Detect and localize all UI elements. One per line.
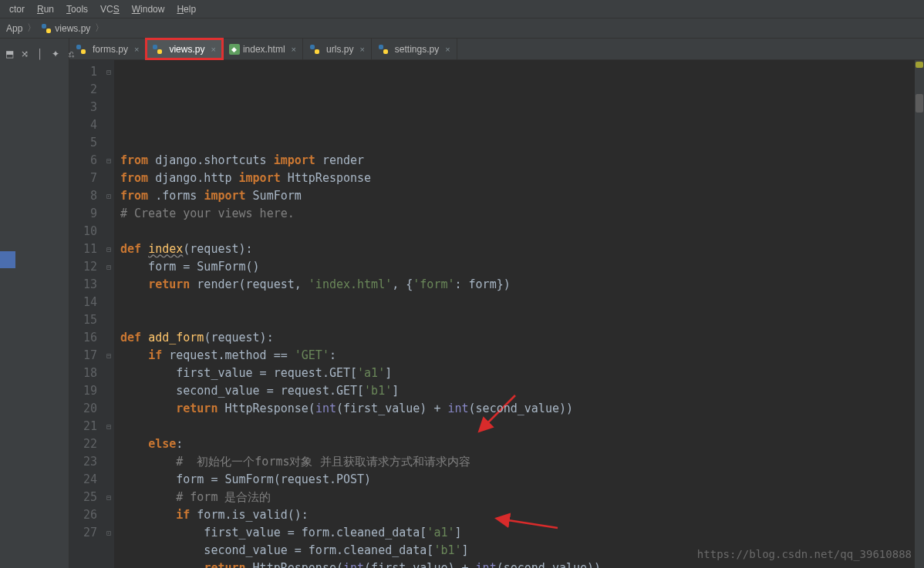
code-line[interactable]: form = SumForm(): [120, 258, 924, 276]
code-line[interactable]: second_value = request.GET['b1']: [120, 382, 924, 400]
code-line[interactable]: # 初始化一个forms对象 并且获取请求方式和请求内容: [120, 453, 924, 471]
line-number: 27: [69, 524, 97, 542]
line-number: 7: [69, 170, 97, 187]
editor-tab-forms-py[interactable]: forms.py×: [69, 39, 146, 59]
breadcrumb-sep: 〉: [93, 22, 106, 35]
code-line[interactable]: def add_form(request):: [120, 329, 924, 347]
fold-marker[interactable]: ⊟: [103, 489, 114, 506]
line-number: 18: [69, 365, 97, 382]
fold-marker[interactable]: ⊟: [103, 240, 114, 258]
code-line[interactable]: [120, 223, 924, 240]
fold-marker: [103, 294, 114, 311]
fold-marker: [103, 329, 114, 347]
svg-rect-9: [383, 49, 388, 54]
editor-tab-settings-py[interactable]: settings.py×: [372, 39, 457, 59]
fold-marker: [103, 205, 114, 223]
code-line[interactable]: return HttpResponse(int(first_value) + i…: [120, 400, 924, 418]
scrollbar[interactable]: [915, 60, 924, 568]
code-text[interactable]: from django.shortcuts import renderfrom …: [114, 60, 924, 568]
toolbar-icon[interactable]: ⤨: [19, 48, 31, 60]
code-line[interactable]: form = SumForm(request.POST): [120, 471, 924, 489]
line-number: 1: [69, 63, 97, 81]
menu-item-tools[interactable]: Tools: [60, 4, 94, 15]
svg-rect-8: [379, 45, 383, 49]
close-icon[interactable]: ×: [211, 45, 215, 54]
tab-label: settings.py: [395, 44, 439, 55]
fold-marker: [103, 311, 114, 329]
menu-item-vcs[interactable]: VCS: [94, 4, 126, 15]
editor-tab-views-py[interactable]: views.py×: [146, 39, 222, 59]
fold-marker: [103, 223, 114, 240]
menu-item-run[interactable]: Run: [31, 4, 60, 15]
scrollbar-thumb[interactable]: [916, 94, 923, 113]
code-line[interactable]: from .forms import SumForm: [120, 187, 924, 205]
code-line[interactable]: [120, 418, 924, 435]
code-line[interactable]: # Create your views here.: [120, 205, 924, 223]
menu-item-ctor[interactable]: ctor: [3, 4, 31, 15]
line-number: 22: [69, 435, 97, 453]
fold-marker: [103, 400, 114, 418]
fold-marker[interactable]: ⊡: [103, 524, 114, 542]
code-line[interactable]: if request.method == 'GET':: [120, 347, 924, 365]
close-icon[interactable]: ×: [134, 45, 139, 54]
code-line[interactable]: if form.is_valid():: [120, 506, 924, 524]
tab-label: urls.py: [326, 44, 353, 55]
fold-marker[interactable]: ⊟: [103, 347, 114, 365]
toolbar-icon[interactable]: │: [34, 48, 46, 60]
code-line[interactable]: from django.http import HttpResponse: [120, 170, 924, 187]
fold-marker: [103, 453, 114, 471]
code-line[interactable]: return render(request, 'index.html', {'f…: [120, 276, 924, 294]
line-number: 9: [69, 205, 97, 223]
fold-marker: [103, 471, 114, 489]
fold-marker: [103, 170, 114, 187]
python-file-icon: [41, 23, 52, 34]
close-icon[interactable]: ×: [292, 45, 296, 54]
code-editor[interactable]: 1234567891011121314151617181920212223242…: [69, 60, 924, 568]
fold-marker: [103, 365, 114, 382]
fold-marker: [103, 134, 114, 152]
line-number: 23: [69, 453, 97, 471]
fold-marker[interactable]: ⊟: [103, 63, 114, 81]
fold-marker: [103, 382, 114, 400]
close-icon[interactable]: ×: [445, 45, 450, 54]
menu-bar: ctorRunToolsVCSWindowHelp: [0, 0, 924, 18]
main-area: ⬒ ⤨ │ ✦ ⎌ forms.py×views.py×◆index.html×…: [0, 39, 924, 568]
svg-rect-1: [46, 29, 51, 33]
line-number: 21: [69, 418, 97, 435]
fold-marker[interactable]: ⊡: [103, 187, 114, 205]
code-line[interactable]: return HttpResponse(int(first_value) + i…: [120, 560, 924, 568]
fold-marker: [103, 506, 114, 524]
toolbar-icon[interactable]: ⬒: [3, 48, 15, 60]
svg-rect-3: [81, 49, 86, 54]
settings-icon[interactable]: ✦: [49, 48, 62, 60]
line-number: 10: [69, 223, 97, 240]
close-icon[interactable]: ×: [359, 45, 364, 54]
line-number: 14: [69, 294, 97, 311]
fold-marker[interactable]: ⊟: [103, 418, 114, 435]
line-number: 12: [69, 258, 97, 276]
code-line[interactable]: first_value = request.GET['a1']: [120, 365, 924, 382]
breadcrumb-item[interactable]: App: [3, 23, 25, 34]
line-number: 20: [69, 400, 97, 418]
code-line[interactable]: [120, 294, 924, 311]
fold-marker[interactable]: ⊟: [103, 152, 114, 170]
toolbar-icon[interactable]: ⎌: [65, 48, 77, 60]
svg-rect-5: [157, 49, 162, 54]
fold-marker: [103, 435, 114, 453]
menu-item-help[interactable]: Help: [170, 4, 202, 15]
code-line[interactable]: # form 是合法的: [120, 489, 924, 506]
line-number: 15: [69, 311, 97, 329]
code-line[interactable]: def index(request):: [120, 240, 924, 258]
editor-tab-urls-py[interactable]: urls.py×: [303, 39, 372, 59]
code-line[interactable]: from django.shortcuts import render: [120, 152, 924, 170]
fold-marker[interactable]: ⊟: [103, 258, 114, 276]
editor-tab-index-html[interactable]: ◆index.html×: [223, 39, 303, 59]
python-file-icon: [152, 44, 163, 55]
breadcrumb-item[interactable]: views.py: [38, 23, 93, 34]
python-file-icon: [378, 44, 389, 55]
code-line[interactable]: first_value = form.cleaned_data['a1']: [120, 524, 924, 542]
code-line[interactable]: else:: [120, 435, 924, 453]
code-line[interactable]: [120, 311, 924, 329]
tab-label: forms.py: [93, 44, 128, 55]
menu-item-window[interactable]: Window: [126, 4, 171, 15]
